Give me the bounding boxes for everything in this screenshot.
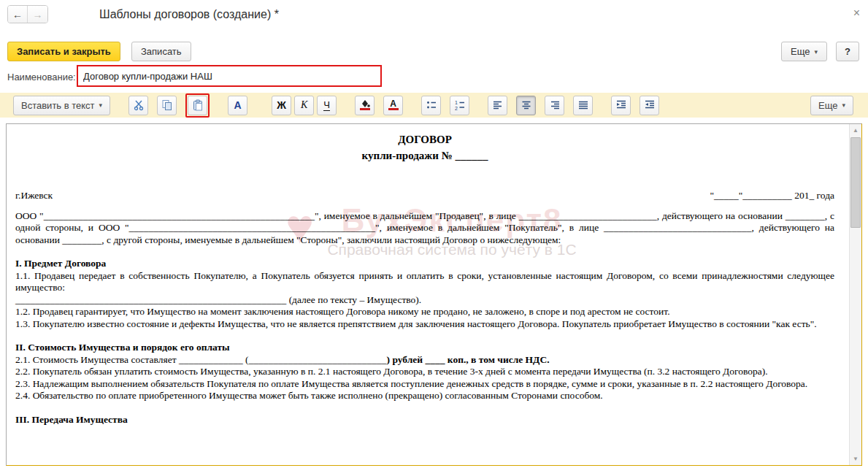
chevron-down-icon: ▾ [814,48,818,55]
bold-letter: Ж [277,99,286,111]
document-title-line2: купли-продажи № ______ [15,147,834,164]
history-nav: ← → [7,5,48,23]
indent-increase-icon [615,99,627,111]
cut-button[interactable] [128,96,148,115]
indent-decrease-button[interactable] [640,96,659,115]
insert-to-text-button[interactable]: Вставить в текст ▾ [13,96,110,115]
indent-increase-button[interactable] [611,96,631,115]
paste-button[interactable] [188,96,207,115]
forward-button[interactable]: → [28,6,47,23]
scroll-up-icon[interactable]: ▲ [850,124,861,137]
underline-letter: Ч [323,100,330,111]
document-title: ДОГОВОР купли-продажи № ______ [15,131,834,164]
fill-color-icon [360,100,370,110]
document-title-line1: ДОГОВОР [15,131,834,147]
more-button-label: Еще [791,46,810,57]
bold-button[interactable]: Ж [272,96,291,115]
clipboard-paste-icon [192,99,204,111]
page-title: Шаблоны договоров (создание) * [99,8,279,21]
name-field-label: Наименование: [7,72,76,83]
paste-annotation [185,93,210,118]
svg-text:1: 1 [455,100,458,105]
justify-button[interactable] [573,96,593,115]
city-date-row: г.Ижевск "_____"__________ 201_ года [15,190,834,202]
paragraph: 1.1. Продавец передает в собственность П… [15,270,834,294]
chevron-down-icon: ▾ [99,101,103,109]
paragraph: ________________________________________… [15,294,834,307]
paragraph: 2.4. Обязательство по оплате приобретенн… [15,390,834,402]
numbered-list-button[interactable]: 1 2 [450,96,469,115]
toolbar-more-button[interactable]: Еще ▾ [810,96,853,115]
italic-button[interactable]: К [294,96,314,115]
paragraph: 2.1. Стоимость Имущества составляет ____… [15,354,834,367]
text-color-icon: А [388,100,399,110]
paragraph: 2.3. Надлежащим выполнением обязательств… [15,378,834,391]
name-field-annotation [77,65,382,87]
indent-decrease-icon [644,99,656,111]
align-center-icon [521,99,532,111]
contract-template-window: ← → Шаблоны договоров (создание) * × Зап… [0,0,868,468]
document-content: ДОГОВОР купли-продажи № ______ г.Ижевск … [7,124,849,465]
section-heading: II. Стоимость Имущества и порядок его оп… [15,342,834,354]
toolbar-more-label: Еще [818,100,837,111]
help-button[interactable]: ? [836,42,859,61]
paragraph: 2.2. Покупатель обязан уплатить стоимост… [15,366,834,378]
format-toolbar: Вставить в текст ▾ [0,93,868,118]
bullet-list-icon [426,99,437,111]
align-center-button[interactable] [516,96,536,115]
scissors-icon [133,99,145,111]
document-body: I. Предмет Договора1.1. Продавец передае… [15,258,834,426]
svg-text:2: 2 [455,106,458,111]
vertical-scrollbar[interactable]: ▲ ▼ [849,124,861,465]
copy-icon [161,99,173,111]
font-button[interactable]: А [228,96,247,115]
text-color-button[interactable]: А [383,96,403,115]
save-button[interactable]: Записать [131,42,191,61]
insert-to-text-label: Вставить в текст [21,100,95,111]
italic-letter: К [301,99,307,111]
justify-icon [577,99,589,111]
align-right-icon [549,99,561,111]
close-icon[interactable]: × [853,7,860,19]
chevron-down-icon: ▾ [842,101,845,109]
scrollbar-thumb[interactable] [850,137,861,228]
paragraph: 1.2. Продавец гарантирует, что Имущество… [15,306,834,318]
back-button[interactable]: ← [8,6,28,23]
font-letter: А [234,99,242,111]
date-placeholder: "_____"__________ 201_ года [710,190,834,202]
align-right-button[interactable] [545,96,564,115]
align-left-icon [492,99,504,111]
bullet-list-button[interactable] [421,96,441,115]
numbered-list-icon: 1 2 [454,99,466,111]
section-heading: I. Предмет Договора [15,258,834,270]
save-and-close-button[interactable]: Записать и закрыть [7,42,120,61]
city-label: г.Ижевск [15,190,53,202]
paragraph: 1.3. Покупателю известно состояние и деф… [15,318,834,331]
document-editor[interactable]: ♥ БухЭксперт8 Справочная система по учёт… [6,123,862,466]
underline-button[interactable]: Ч [317,96,337,115]
align-left-button[interactable] [488,96,507,115]
section-heading: III. Передача Имущества [15,414,834,426]
scroll-down-icon[interactable]: ▼ [850,453,861,465]
name-input[interactable] [78,66,380,85]
copy-button[interactable] [157,96,177,115]
more-button[interactable]: Еще ▾ [781,42,827,61]
intro-paragraph: ООО "___________________________________… [15,210,834,247]
fill-color-button[interactable] [355,96,375,115]
